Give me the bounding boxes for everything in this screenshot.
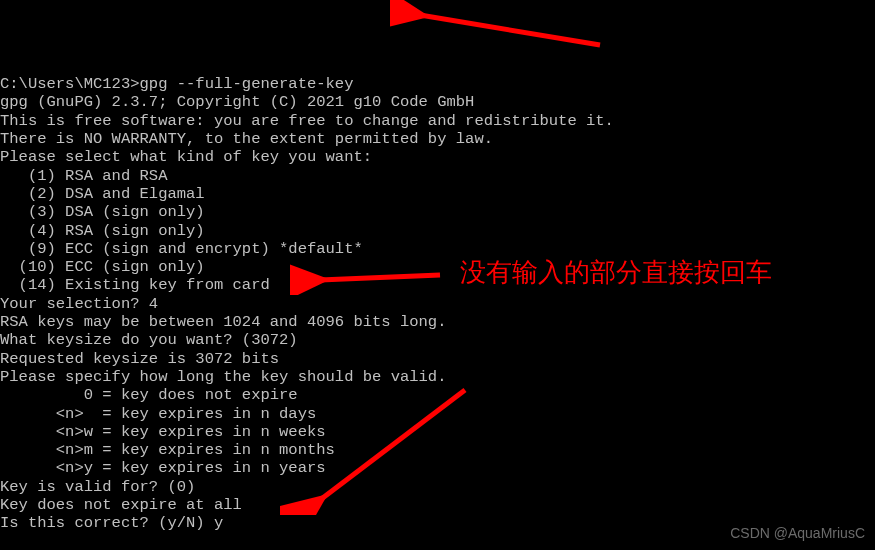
- terminal-line: (1) RSA and RSA: [0, 167, 875, 185]
- terminal-line: 0 = key does not expire: [0, 386, 875, 404]
- terminal-line: <n>y = key expires in n years: [0, 459, 875, 477]
- terminal-line: <n>w = key expires in n weeks: [0, 423, 875, 441]
- terminal-line: <n> = key expires in n days: [0, 405, 875, 423]
- terminal-line: (9) ECC (sign and encrypt) *default*: [0, 240, 875, 258]
- terminal-line: Your selection? 4: [0, 295, 875, 313]
- terminal-line: (4) RSA (sign only): [0, 222, 875, 240]
- watermark-text: CSDN @AquaMriusC: [730, 524, 865, 542]
- terminal-output: C:\Users\MC123>gpg --full-generate-keygp…: [0, 75, 875, 532]
- terminal-line: Requested keysize is 3072 bits: [0, 350, 875, 368]
- terminal-line: There is NO WARRANTY, to the extent perm…: [0, 130, 875, 148]
- terminal-prompt-line: C:\Users\MC123>gpg --full-generate-key: [0, 75, 875, 93]
- terminal-line: Key does not expire at all: [0, 496, 875, 514]
- svg-line-1: [420, 15, 600, 45]
- terminal-line: gpg (GnuPG) 2.3.7; Copyright (C) 2021 g1…: [0, 93, 875, 111]
- terminal-line: (3) DSA (sign only): [0, 203, 875, 221]
- annotation-label: 没有输入的部分直接按回车: [460, 263, 772, 281]
- terminal-line: This is free software: you are free to c…: [0, 112, 875, 130]
- terminal-line: <n>m = key expires in n months: [0, 441, 875, 459]
- terminal-line: Please specify how long the key should b…: [0, 368, 875, 386]
- terminal-line: Please select what kind of key you want:: [0, 148, 875, 166]
- terminal-line: RSA keys may be between 1024 and 4096 bi…: [0, 313, 875, 331]
- terminal-line: Key is valid for? (0): [0, 478, 875, 496]
- annotation-arrow-top: [390, 0, 610, 55]
- terminal-line: What keysize do you want? (3072): [0, 331, 875, 349]
- terminal-line: (2) DSA and Elgamal: [0, 185, 875, 203]
